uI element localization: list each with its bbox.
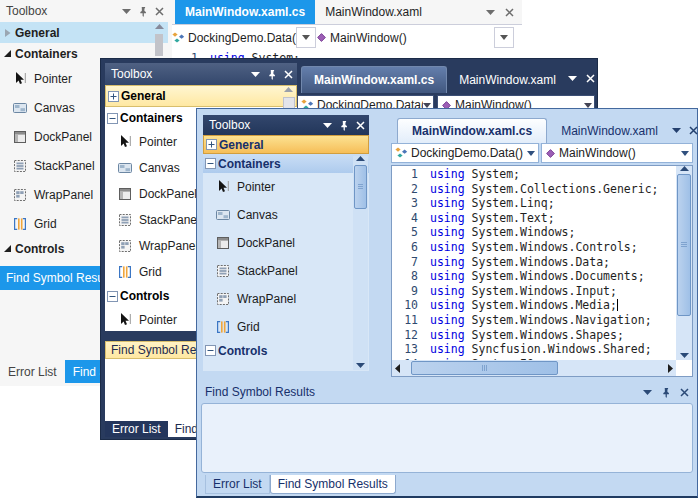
code-line: 11using System.Windows.Navigation; xyxy=(392,313,676,328)
scroll-up-icon[interactable] xyxy=(676,166,692,172)
window-menu-icon[interactable] xyxy=(672,127,681,133)
wrappanel-icon xyxy=(116,238,134,254)
tab-error-list[interactable]: Error List xyxy=(0,360,65,383)
minus-box-icon[interactable] xyxy=(203,158,218,169)
method-icon xyxy=(316,32,327,43)
panel-titlebar: Find Symbol Results xyxy=(201,381,693,403)
plus-box-icon[interactable] xyxy=(204,139,219,150)
window-menu-icon[interactable] xyxy=(251,71,260,77)
minus-box-icon[interactable] xyxy=(105,291,120,302)
dropdown-arrow-icon[interactable] xyxy=(584,103,592,108)
stackpanel-icon xyxy=(214,263,232,279)
code-line: 4using System.Text; xyxy=(392,211,676,226)
tab-error-list[interactable]: Error List xyxy=(205,475,270,494)
tab-mainwindow-xaml[interactable]: MainWindow.xaml xyxy=(547,119,672,143)
code-line: 7using System.Windows.Data; xyxy=(392,255,676,270)
editor-horizontal-scrollbar[interactable] xyxy=(392,360,676,376)
toolbox-item[interactable]: DockPanel xyxy=(203,229,369,257)
desktop-stage: Toolbox General xyxy=(0,0,698,500)
pin-icon[interactable] xyxy=(339,120,349,131)
tab-mainwindow-xaml-cs[interactable]: MainWindow.xaml.cs xyxy=(301,66,447,93)
tab-mainwindow-xaml-cs[interactable]: MainWindow.xaml.cs xyxy=(175,0,315,24)
window-menu-icon[interactable] xyxy=(643,389,652,395)
toolbox-panel: Toolbox General xyxy=(203,115,369,371)
scroll-right-icon[interactable] xyxy=(667,364,673,373)
close-icon[interactable] xyxy=(689,126,698,135)
tri-expanded-icon[interactable] xyxy=(0,244,15,253)
window-menu-icon[interactable] xyxy=(486,9,495,15)
tab-mainwindow-xaml[interactable]: MainWindow.xaml xyxy=(315,0,432,24)
canvas-icon xyxy=(116,160,134,176)
tri-collapsed-icon[interactable] xyxy=(0,28,15,38)
scroll-down-icon[interactable] xyxy=(676,352,692,358)
panel-title: Find Symbol Results xyxy=(205,385,315,399)
code-editor[interactable]: 1using System;2using System.Collections.… xyxy=(391,165,693,377)
close-icon[interactable] xyxy=(356,121,365,130)
toolbox-item[interactable]: Controls xyxy=(203,341,369,360)
scrollbar-thumb[interactable] xyxy=(411,361,558,375)
pin-icon[interactable] xyxy=(267,69,277,80)
code-line: 9using System.Windows.Input; xyxy=(392,284,676,299)
tri-expanded-icon[interactable] xyxy=(0,49,15,58)
toolbox-item[interactable]: Pointer xyxy=(203,173,369,201)
close-icon[interactable] xyxy=(586,74,595,83)
canvas-icon xyxy=(214,207,232,223)
scroll-up-icon[interactable] xyxy=(281,87,296,93)
window-menu-icon[interactable] xyxy=(122,8,131,14)
member-combobox[interactable]: MainWindow() xyxy=(541,143,693,163)
close-icon[interactable] xyxy=(680,388,689,397)
type-combobox-dropdown[interactable] xyxy=(296,27,316,48)
tab-error-list[interactable]: Error List xyxy=(105,421,168,437)
class-icon xyxy=(395,147,408,159)
scroll-down-icon[interactable] xyxy=(353,362,368,368)
type-combobox[interactable]: DockingDemo.Data() xyxy=(391,143,539,163)
plus-box-icon[interactable] xyxy=(106,91,121,102)
toolbox-titlebar: Toolbox xyxy=(0,0,168,22)
dropdown-arrow-icon[interactable] xyxy=(527,151,535,156)
toolbox-scrollbar[interactable] xyxy=(353,156,368,370)
scroll-up-icon[interactable] xyxy=(152,24,166,30)
document-tabstrip: MainWindow.xaml.cs MainWindow.xaml xyxy=(391,117,693,143)
window-menu-icon[interactable] xyxy=(568,75,577,81)
dropdown-arrow-icon[interactable] xyxy=(681,151,689,156)
scroll-left-icon[interactable] xyxy=(395,364,401,373)
member-combobox[interactable]: MainWindow() xyxy=(316,26,514,49)
toolbox-item[interactable]: StackPanel xyxy=(203,257,369,285)
toolbox-item[interactable]: Grid xyxy=(203,313,369,341)
pin-icon[interactable] xyxy=(138,6,148,17)
toolbox-item[interactable]: General xyxy=(203,135,369,154)
scrollbar-thumb[interactable] xyxy=(677,174,691,316)
toolbox-item[interactable]: Containers xyxy=(203,154,369,173)
type-combobox[interactable]: DockingDemo.Data() xyxy=(172,26,316,49)
window-menu-icon[interactable] xyxy=(323,122,332,128)
tab-mainwindow-xaml[interactable]: MainWindow.xaml xyxy=(447,67,568,93)
scroll-up-icon[interactable] xyxy=(353,156,368,162)
member-combobox-dropdown[interactable] xyxy=(494,27,514,48)
canvas-icon xyxy=(11,100,29,116)
grid-icon xyxy=(116,264,134,280)
dropdown-arrow-icon[interactable] xyxy=(423,103,431,108)
toolbox-item[interactable]: WrapPanel xyxy=(203,285,369,313)
close-icon[interactable] xyxy=(505,8,514,17)
dockpanel-icon xyxy=(214,235,232,251)
editor-vertical-scrollbar[interactable] xyxy=(676,166,692,360)
tab-mainwindow-xaml-cs[interactable]: MainWindow.xaml.cs xyxy=(397,118,547,143)
class-icon xyxy=(172,32,185,44)
text-caret xyxy=(617,299,618,311)
scrollbar-thumb[interactable] xyxy=(354,165,367,209)
code-line: 8using System.Windows.Documents; xyxy=(392,269,676,284)
minus-box-icon[interactable] xyxy=(105,113,120,124)
minus-box-icon[interactable] xyxy=(203,345,218,356)
code-line: 3using System.Linq; xyxy=(392,196,676,211)
scrollbar-thumb[interactable] xyxy=(155,34,163,56)
toolbox-item[interactable]: Canvas xyxy=(203,201,369,229)
close-icon[interactable] xyxy=(284,70,293,79)
toolbox-item[interactable]: General xyxy=(105,85,297,107)
code-lines: 1using System;2using System.Collections.… xyxy=(392,167,676,360)
pointer-icon xyxy=(11,71,29,87)
tab-find-symbol-results[interactable]: Find Symbol Results xyxy=(270,475,396,494)
close-icon[interactable] xyxy=(155,7,164,16)
pin-icon[interactable] xyxy=(661,387,671,398)
toolbox-item[interactable]: General xyxy=(0,22,168,43)
pointer-icon xyxy=(116,134,134,150)
